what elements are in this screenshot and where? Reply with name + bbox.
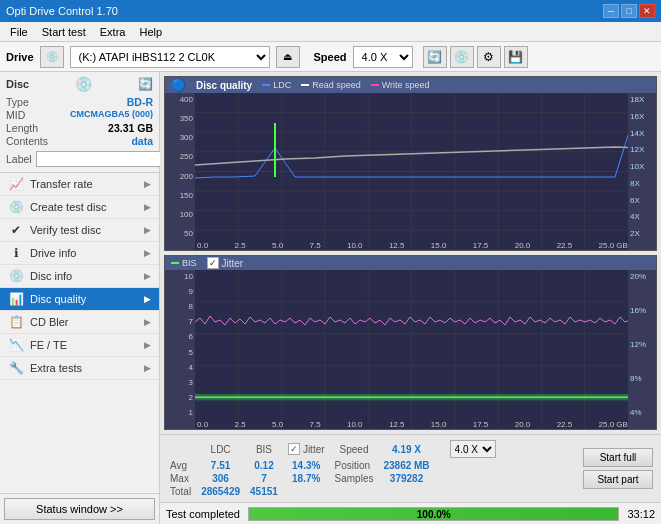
max-bis: 7 [250, 473, 286, 484]
verify-test-disc-icon: ✔ [8, 223, 24, 237]
disc-info-icon: 💿 [8, 269, 24, 283]
top-chart-body: 40035030025020015010050 [165, 93, 656, 250]
disc-refresh-icon[interactable]: 🔄 [138, 77, 153, 91]
disc-type-label: Type [6, 96, 29, 108]
menu-start-test[interactable]: Start test [36, 25, 92, 39]
total-label: Total [170, 486, 199, 497]
speed-label: Speed [314, 51, 347, 63]
speed-select[interactable]: 4.0 X [353, 46, 413, 68]
start-full-button[interactable]: Start full [583, 448, 653, 467]
bis-legend-label: BIS [182, 258, 197, 268]
jitter-col-header: Jitter [303, 444, 325, 455]
maximize-button[interactable]: □ [621, 4, 637, 18]
read-speed-legend-label: Read speed [312, 80, 361, 90]
samples-label: Samples [335, 473, 382, 484]
ldc-legend-label: LDC [273, 80, 291, 90]
disc-quality-icon: 📊 [8, 292, 24, 306]
disc-type-value: BD-R [127, 96, 153, 108]
right-content: 🔵 Disc quality LDC Read speed Write spee… [160, 72, 661, 524]
nav-disc-info[interactable]: 💿 Disc info ▶ [0, 265, 159, 288]
chevron-icon-2: ▶ [144, 202, 151, 212]
nav-extra-tests[interactable]: 🔧 Extra tests ▶ [0, 357, 159, 380]
disc-mid-value: CMCMAGBA5 (000) [70, 109, 153, 121]
jitter-checkbox-stats[interactable]: ✓ Jitter [288, 440, 333, 458]
nav-transfer-rate[interactable]: 📈 Transfer rate ▶ [0, 173, 159, 196]
save-button[interactable]: 💾 [504, 46, 528, 68]
top-chart-title-bar: 🔵 Disc quality LDC Read speed Write spee… [165, 77, 656, 93]
bottom-chart-title-bar: BIS ✓ Jitter [165, 256, 656, 270]
ldc-legend-color [262, 84, 270, 86]
total-bis: 45151 [250, 486, 286, 497]
cd-bler-icon: 📋 [8, 315, 24, 329]
nav-disc-quality[interactable]: 📊 Disc quality ▶ [0, 288, 159, 311]
nav-fe-te[interactable]: 📉 FE / TE ▶ [0, 334, 159, 357]
transfer-rate-icon: 📈 [8, 177, 24, 191]
position-value: 23862 MB [383, 460, 437, 471]
drive-label: Drive [6, 51, 34, 63]
menu-bar: File Start test Extra Help [0, 22, 661, 42]
legend-bis: BIS [171, 258, 197, 268]
toolbar-icons: 🔄 💿 ⚙ 💾 [423, 46, 528, 68]
nav-cd-bler[interactable]: 📋 CD Bler ▶ [0, 311, 159, 334]
nav-verify-test-disc-label: Verify test disc [30, 224, 101, 236]
chevron-icon-8: ▶ [144, 340, 151, 350]
bis-legend-color [171, 262, 179, 264]
read-speed-legend-color [301, 84, 309, 86]
nav-section: 📈 Transfer rate ▶ 💿 Create test disc ▶ ✔… [0, 173, 159, 493]
samples-value: 379282 [383, 473, 437, 484]
bottom-chart-y-axis-left: 10987654321 [165, 270, 195, 429]
chevron-icon-5: ▶ [144, 271, 151, 281]
top-chart-y-axis-right: 18X16X14X12X10X8X6X4X2X [628, 93, 656, 250]
ldc-col-header: LDC [201, 440, 248, 458]
bis-col-header: BIS [250, 440, 286, 458]
eject-button[interactable]: ⏏ [276, 46, 300, 68]
nav-verify-test-disc[interactable]: ✔ Verify test disc ▶ [0, 219, 159, 242]
max-ldc: 306 [201, 473, 248, 484]
stats-table: LDC BIS ✓ Jitter Speed 4.19 X 4.0 X [168, 438, 506, 499]
drive-select[interactable]: (K:) ATAPI iHBS112 2 CL0K [70, 46, 270, 68]
create-test-disc-icon: 💿 [8, 200, 24, 214]
speed-unit-select[interactable]: 4.0 X [450, 440, 496, 458]
menu-extra[interactable]: Extra [94, 25, 132, 39]
nav-extra-tests-label: Extra tests [30, 362, 82, 374]
disc-contents-label: Contents [6, 135, 48, 147]
settings-button[interactable]: ⚙ [477, 46, 501, 68]
bottom-chart-body: 10987654321 [165, 270, 656, 429]
jitter-checkbox-label: ✓ Jitter [207, 257, 244, 269]
disc-button[interactable]: 💿 [450, 46, 474, 68]
bottom-bar: Test completed 100.0% 33:12 [160, 502, 661, 524]
top-chart-plot: 0.02.55.07.510.012.515.017.520.022.525.0… [195, 93, 628, 250]
minimize-button[interactable]: ─ [603, 4, 619, 18]
menu-file[interactable]: File [4, 25, 34, 39]
disc-contents-field: Contents data [6, 135, 153, 147]
disc-header: Disc 💿 🔄 [6, 76, 153, 92]
fe-te-icon: 📉 [8, 338, 24, 352]
bottom-chart-y-axis-right: 20%16%12%8%4% [628, 270, 656, 429]
chevron-icon-7: ▶ [144, 317, 151, 327]
start-part-button[interactable]: Start part [583, 470, 653, 489]
drive-icon-btn[interactable]: 💿 [40, 46, 64, 68]
disc-section: Disc 💿 🔄 Type BD-R MID CMCMAGBA5 (000) L… [0, 72, 159, 173]
avg-bis: 0.12 [250, 460, 286, 471]
current-speed-value: 4.19 X [383, 440, 437, 458]
bottom-x-axis: 0.02.55.07.510.012.515.017.520.022.525.0… [195, 417, 628, 429]
close-button[interactable]: ✕ [639, 4, 655, 18]
nav-create-test-disc[interactable]: 💿 Create test disc ▶ [0, 196, 159, 219]
status-text: Test completed [166, 508, 240, 520]
nav-fe-te-label: FE / TE [30, 339, 67, 351]
avg-ldc: 7.51 [201, 460, 248, 471]
top-chart-panel: 🔵 Disc quality LDC Read speed Write spee… [164, 76, 657, 251]
progress-text: 100.0% [417, 508, 451, 519]
nav-drive-info[interactable]: ℹ Drive info ▶ [0, 242, 159, 265]
write-speed-legend-label: Write speed [382, 80, 430, 90]
jitter-checkbox[interactable]: ✓ [207, 257, 219, 269]
chevron-icon-9: ▶ [144, 363, 151, 373]
nav-disc-quality-label: Disc quality [30, 293, 86, 305]
disc-label-input[interactable] [36, 151, 165, 167]
disc-contents-value: data [131, 135, 153, 147]
disc-icon: 💿 [75, 76, 92, 92]
refresh-button[interactable]: 🔄 [423, 46, 447, 68]
status-window-button[interactable]: Status window >> [4, 498, 155, 520]
progress-bar: 100.0% [248, 507, 619, 521]
menu-help[interactable]: Help [133, 25, 168, 39]
